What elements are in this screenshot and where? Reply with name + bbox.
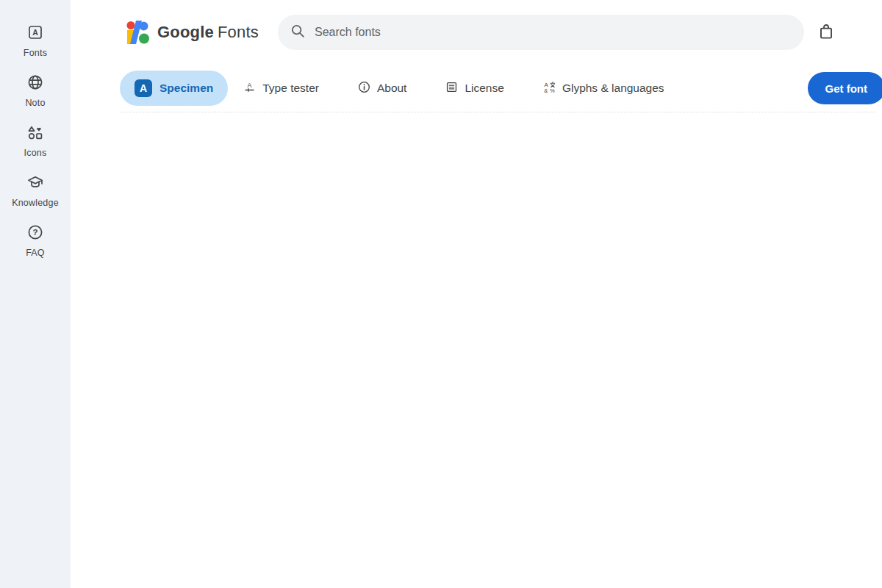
- google-fonts-logo[interactable]: GoogleFonts: [126, 21, 259, 44]
- svg-text:&: &: [544, 87, 548, 93]
- sidebar-item-label: Icons: [24, 148, 47, 158]
- globe-icon: [26, 74, 44, 91]
- sidebar-item-noto[interactable]: Noto: [0, 74, 71, 123]
- specimen-a-icon: A: [135, 79, 152, 97]
- search-bar[interactable]: [278, 15, 804, 50]
- cart-button[interactable]: [808, 15, 844, 50]
- content-column: GoogleFonts A: [71, 0, 882, 588]
- sidebar-item-label: Knowledge: [12, 198, 59, 208]
- tab-type-tester[interactable]: A Type tester: [243, 71, 319, 106]
- header: GoogleFonts: [71, 0, 882, 65]
- tab-bar-container: A Specimen A Type tester: [120, 71, 876, 112]
- sidebar-item-faq[interactable]: ? FAQ: [0, 223, 71, 273]
- sidebar-item-label: Fonts: [24, 48, 47, 58]
- type-tester-icon: A: [243, 80, 257, 97]
- sidebar-item-icons[interactable]: Icons: [0, 123, 71, 173]
- tab-about[interactable]: About: [357, 71, 407, 106]
- svg-text:A: A: [248, 81, 252, 88]
- svg-text:A: A: [32, 28, 38, 37]
- info-icon: [357, 80, 371, 97]
- sidebar-item-fonts[interactable]: A Fonts: [0, 24, 71, 74]
- tab-label: License: [465, 82, 503, 95]
- google-fonts-logo-mark: [126, 21, 150, 44]
- fonts-icon: A: [26, 24, 44, 41]
- tab-label: About: [377, 82, 407, 95]
- tab-bar: A Specimen A Type tester: [120, 71, 876, 106]
- tab-label: Glyphs & languages: [562, 82, 664, 95]
- question-circle-icon: ?: [26, 223, 44, 241]
- sidebar: A Fonts Noto Icons: [0, 0, 71, 588]
- tab-license[interactable]: License: [445, 71, 503, 106]
- main-content: [71, 112, 882, 588]
- sidebar-item-label: FAQ: [26, 248, 45, 258]
- glyphs-icon: A & %: [542, 80, 556, 97]
- svg-text:%: %: [550, 87, 555, 93]
- graduation-cap-icon: [26, 173, 44, 191]
- license-icon: [445, 80, 459, 97]
- tab-glyphs-languages[interactable]: A & % Glyphs & languages: [542, 71, 664, 106]
- search-icon: [290, 23, 306, 42]
- svg-text:?: ?: [32, 228, 37, 237]
- shapes-icon: [26, 123, 44, 141]
- logo-text: GoogleFonts: [157, 23, 259, 42]
- tab-specimen[interactable]: A Specimen: [120, 71, 228, 106]
- sidebar-item-knowledge[interactable]: Knowledge: [0, 173, 71, 223]
- get-font-button[interactable]: Get font: [808, 72, 882, 104]
- sidebar-item-label: Noto: [25, 98, 45, 108]
- shopping-bag-icon: [817, 23, 835, 43]
- tab-label: Type tester: [262, 82, 319, 95]
- search-input[interactable]: [315, 26, 792, 39]
- tab-label: Specimen: [159, 82, 213, 95]
